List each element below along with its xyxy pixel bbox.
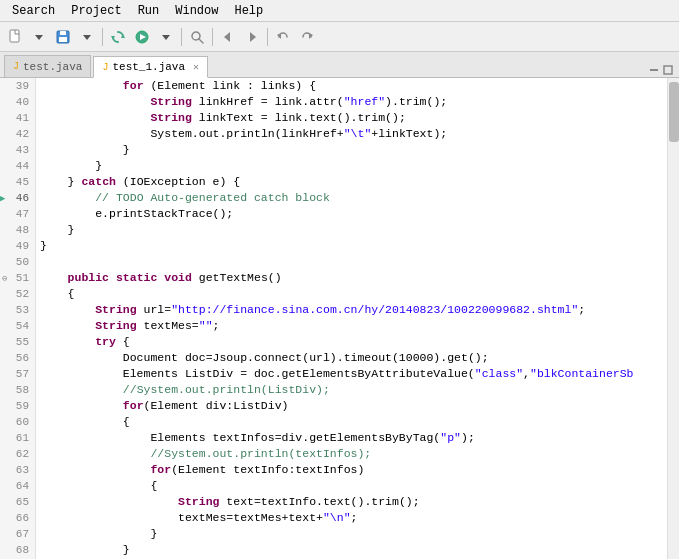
refresh-button[interactable]	[107, 26, 129, 48]
code-line-66[interactable]: textMes=textMes+text+"\n";	[36, 510, 667, 526]
code-line-55[interactable]: try {	[36, 334, 667, 350]
line-number-48: 48	[0, 222, 35, 238]
code-line-45[interactable]: } catch (IOException e) {	[36, 174, 667, 190]
svg-marker-5	[83, 35, 91, 40]
fold-icon[interactable]: ⊖	[2, 273, 7, 284]
menu-window[interactable]: Window	[167, 2, 226, 20]
menubar: Search Project Run Window Help	[0, 0, 679, 22]
svg-marker-13	[224, 32, 230, 42]
line-number-45: 45	[0, 174, 35, 190]
new-dropdown-button[interactable]	[28, 26, 50, 48]
tabbar: J test.java J test_1.java ✕	[0, 52, 679, 78]
line-numbers: 39404142434445▶4647484950⊖51525354555657…	[0, 78, 36, 559]
line-number-62: 62	[0, 446, 35, 462]
svg-marker-16	[309, 33, 313, 39]
line-number-64: 64	[0, 478, 35, 494]
line-number-53: 53	[0, 302, 35, 318]
line-number-52: 52	[0, 286, 35, 302]
menu-project[interactable]: Project	[63, 2, 129, 20]
redo-button[interactable]	[296, 26, 318, 48]
svg-rect-3	[60, 31, 66, 35]
new-file-button[interactable]	[4, 26, 26, 48]
undo-button[interactable]	[272, 26, 294, 48]
code-line-39[interactable]: for (Element link : links) {	[36, 78, 667, 94]
line-number-68: 68	[0, 542, 35, 558]
code-line-64[interactable]: {	[36, 478, 667, 494]
forward-button[interactable]	[241, 26, 263, 48]
scrollbar[interactable]	[667, 78, 679, 559]
code-line-40[interactable]: String linkHref = link.attr("href").trim…	[36, 94, 667, 110]
line-number-60: 60	[0, 414, 35, 430]
code-line-52[interactable]: {	[36, 286, 667, 302]
line-number-43: 43	[0, 142, 35, 158]
toolbar-sep-4	[267, 28, 268, 46]
toolbar	[0, 22, 679, 52]
code-line-50[interactable]	[36, 254, 667, 270]
code-line-59[interactable]: for(Element div:ListDiv)	[36, 398, 667, 414]
java-file-icon: J	[13, 61, 19, 72]
line-number-54: 54	[0, 318, 35, 334]
code-line-61[interactable]: Elements textInfos=div.getElementsByByTa…	[36, 430, 667, 446]
maximize-editor-button[interactable]	[661, 63, 675, 77]
code-line-43[interactable]: }	[36, 142, 667, 158]
code-line-65[interactable]: String text=textInfo.text().trim();	[36, 494, 667, 510]
back-button[interactable]	[217, 26, 239, 48]
svg-line-12	[199, 39, 203, 43]
menu-run[interactable]: Run	[130, 2, 168, 20]
tab-test-java-label: test.java	[23, 61, 82, 73]
toolbar-sep-2	[181, 28, 182, 46]
code-area[interactable]: for (Element link : links) { String link…	[36, 78, 667, 559]
line-number-59: 59	[0, 398, 35, 414]
save-button[interactable]	[52, 26, 74, 48]
line-number-63: 63	[0, 462, 35, 478]
menu-search[interactable]: Search	[4, 2, 63, 20]
svg-marker-15	[277, 33, 281, 39]
run-button[interactable]	[131, 26, 153, 48]
code-line-49[interactable]: }	[36, 238, 667, 254]
run-dropdown-button[interactable]	[155, 26, 177, 48]
code-line-42[interactable]: System.out.println(linkHref+"\t"+linkTex…	[36, 126, 667, 142]
line-number-46: ▶46	[0, 190, 35, 206]
code-line-56[interactable]: Document doc=Jsoup.connect(url).timeout(…	[36, 350, 667, 366]
code-line-58[interactable]: //System.out.println(ListDiv);	[36, 382, 667, 398]
code-line-62[interactable]: //System.out.println(textInfos);	[36, 446, 667, 462]
code-line-44[interactable]: }	[36, 158, 667, 174]
line-number-51: ⊖51	[0, 270, 35, 286]
svg-rect-17	[650, 69, 658, 71]
code-line-60[interactable]: {	[36, 414, 667, 430]
svg-marker-10	[162, 35, 170, 40]
code-line-67[interactable]: }	[36, 526, 667, 542]
toolbar-sep-3	[212, 28, 213, 46]
code-line-46[interactable]: // TODO Auto-generated catch block	[36, 190, 667, 206]
code-line-54[interactable]: String textMes="";	[36, 318, 667, 334]
code-line-51[interactable]: public static void getTextMes()	[36, 270, 667, 286]
line-number-44: 44	[0, 158, 35, 174]
line-number-67: 67	[0, 526, 35, 542]
svg-marker-14	[250, 32, 256, 42]
svg-rect-4	[59, 37, 67, 42]
search-button[interactable]	[186, 26, 208, 48]
line-number-39: 39	[0, 78, 35, 94]
code-line-63[interactable]: for(Element textInfo:textInfos)	[36, 462, 667, 478]
code-line-53[interactable]: String url="http://finance.sina.com.cn/h…	[36, 302, 667, 318]
line-number-47: 47	[0, 206, 35, 222]
tab-test-java[interactable]: J test.java	[4, 55, 91, 77]
editor: 39404142434445▶4647484950⊖51525354555657…	[0, 78, 679, 559]
tab-test1-java[interactable]: J test_1.java ✕	[93, 56, 208, 78]
code-line-41[interactable]: String linkText = link.text().trim();	[36, 110, 667, 126]
line-number-61: 61	[0, 430, 35, 446]
bookmark-icon: ▶	[0, 193, 5, 204]
tab-close-button[interactable]: ✕	[193, 61, 199, 73]
code-lines: for (Element link : links) { String link…	[36, 78, 667, 559]
code-line-57[interactable]: Elements ListDiv = doc.getElementsByAttr…	[36, 366, 667, 382]
code-line-68[interactable]: }	[36, 542, 667, 558]
java-file-icon-2: J	[102, 62, 108, 73]
minimize-editor-button[interactable]	[647, 63, 661, 77]
code-line-48[interactable]: }	[36, 222, 667, 238]
line-number-50: 50	[0, 254, 35, 270]
line-number-49: 49	[0, 238, 35, 254]
save-dropdown-button[interactable]	[76, 26, 98, 48]
line-number-55: 55	[0, 334, 35, 350]
code-line-47[interactable]: e.printStackTrace();	[36, 206, 667, 222]
menu-help[interactable]: Help	[226, 2, 271, 20]
